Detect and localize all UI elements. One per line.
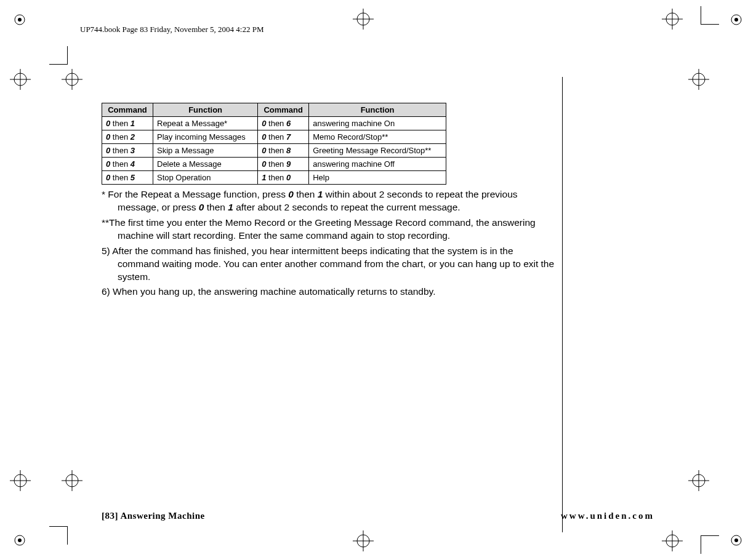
cell-command: 1 then 0 xyxy=(258,171,309,185)
step-5: 5) After the command has finished, you h… xyxy=(102,245,557,284)
cell-command: 0 then 4 xyxy=(102,158,153,171)
crosshair-icon xyxy=(662,530,683,551)
registration-mark-icon xyxy=(14,14,26,26)
step-6: 6) When you hang up, the answering machi… xyxy=(102,286,557,298)
col-command: Command xyxy=(102,103,153,117)
cell-function: answering machine Off xyxy=(309,158,446,171)
crosshair-icon xyxy=(353,530,374,551)
table-row: 0 then 5 Stop Operation 1 then 0 Help xyxy=(102,171,446,185)
registration-mark-icon xyxy=(730,534,742,546)
cell-function: Help xyxy=(309,171,446,185)
crop-mark-icon xyxy=(701,535,719,554)
table-row: 0 then 2 Play incoming Messages 0 then 7… xyxy=(102,130,446,144)
cell-function: Stop Operation xyxy=(153,171,258,185)
svg-point-5 xyxy=(18,538,22,542)
table-header-row: Command Function Command Function xyxy=(102,103,446,117)
cell-command: 0 then 9 xyxy=(258,158,309,171)
footer-url: www.uniden.com xyxy=(561,511,654,521)
crosshair-icon xyxy=(688,69,709,90)
cell-function: Memo Record/Stop** xyxy=(309,130,446,144)
cell-command: 0 then 2 xyxy=(102,130,153,144)
content-area: Command Function Command Function 0 then… xyxy=(102,103,557,301)
cell-command: 0 then 6 xyxy=(258,117,309,130)
crosshair-icon xyxy=(62,470,82,491)
registration-mark-icon xyxy=(730,14,742,26)
crosshair-icon xyxy=(10,69,31,90)
footnote-2: **The first time you enter the Memo Reco… xyxy=(102,217,557,242)
table-row: 0 then 3 Skip a Message 0 then 8 Greetin… xyxy=(102,144,446,158)
crop-mark-icon xyxy=(701,6,719,25)
col-function: Function xyxy=(153,103,258,117)
cell-function: Delete a Message xyxy=(153,158,258,171)
crosshair-icon xyxy=(353,9,374,30)
crosshair-icon xyxy=(62,69,82,90)
cell-command: 0 then 7 xyxy=(258,130,309,144)
cell-command: 0 then 3 xyxy=(102,144,153,158)
svg-point-3 xyxy=(734,18,738,22)
crosshair-icon xyxy=(688,470,709,491)
col-function: Function xyxy=(309,103,446,117)
cell-function: Repeat a Message* xyxy=(153,117,258,130)
cell-function: Play incoming Messages xyxy=(153,130,258,144)
page-divider xyxy=(562,77,563,532)
table-row: 0 then 1 Repeat a Message* 0 then 6 answ… xyxy=(102,117,446,130)
svg-point-7 xyxy=(734,538,738,542)
cell-command: 0 then 8 xyxy=(258,144,309,158)
cell-function: Skip a Message xyxy=(153,144,258,158)
book-header: UP744.book Page 83 Friday, November 5, 2… xyxy=(80,25,264,34)
footnote-1: * For the Repeat a Message function, pre… xyxy=(102,188,557,214)
command-table: Command Function Command Function 0 then… xyxy=(102,103,446,185)
cell-command: 0 then 1 xyxy=(102,117,153,130)
table-row: 0 then 4 Delete a Message 0 then 9 answe… xyxy=(102,158,446,171)
crop-mark-icon xyxy=(49,526,68,545)
cell-function: answering machine On xyxy=(309,117,446,130)
svg-point-1 xyxy=(18,18,22,22)
cell-function: Greeting Message Record/Stop** xyxy=(309,144,446,158)
col-command: Command xyxy=(258,103,309,117)
footer-page-section: [83] Answering Machine xyxy=(102,511,205,521)
notes: * For the Repeat a Message function, pre… xyxy=(102,188,557,298)
crosshair-icon xyxy=(10,470,31,491)
cell-command: 0 then 5 xyxy=(102,171,153,185)
crosshair-icon xyxy=(662,9,683,30)
crop-mark-icon xyxy=(49,46,68,65)
registration-mark-icon xyxy=(14,534,26,546)
page: UP744.book Page 83 Friday, November 5, 2… xyxy=(0,0,756,560)
